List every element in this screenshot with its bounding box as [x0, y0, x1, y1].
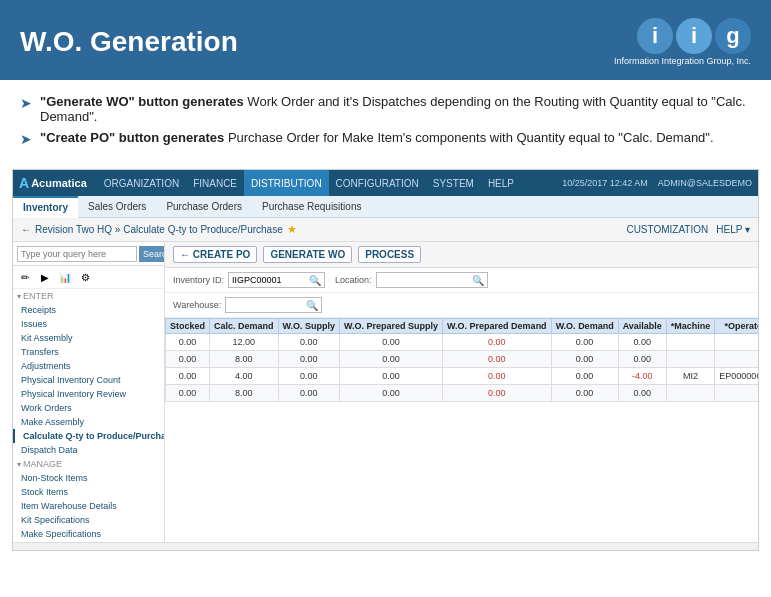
cell-wo-prep-supply: 0.00 [340, 334, 443, 351]
sidebar-link-physical-inventory-count[interactable]: Physical Inventory Count [13, 373, 164, 387]
nav-item-help[interactable]: HELP [481, 170, 521, 196]
cell-stocked: 0.00 [166, 351, 210, 368]
settings-icon[interactable]: ⚙ [77, 269, 93, 285]
sidebar-link-work-orders[interactable]: Work Orders [13, 401, 164, 415]
search-button[interactable]: Search [139, 246, 165, 262]
nav-item-organization[interactable]: ORGANIZATION [97, 170, 186, 196]
right-panel: ← CREATE PO GENERATE WO PROCESS Inventor… [165, 242, 758, 542]
sub-nav-sales-orders[interactable]: Sales Orders [78, 196, 156, 218]
sidebar: Search ✏ ▶ 📊 ⚙ ▾ ENTER Receipts Issues K… [13, 242, 165, 542]
sidebar-link-issues[interactable]: Issues [13, 317, 164, 331]
sub-nav: Inventory Sales Orders Purchase Orders P… [13, 196, 758, 218]
chart-icon[interactable]: 📊 [57, 269, 73, 285]
logo-i2: i [676, 18, 712, 54]
sidebar-link-calculate-qty[interactable]: Calculate Q-ty to Produce/Purchase [13, 429, 164, 443]
action-bar: ← CREATE PO GENERATE WO PROCESS [165, 242, 758, 268]
section-label-enter: ENTER [23, 291, 54, 301]
cell-wo-supply: 0.00 [278, 368, 340, 385]
warehouse-label: Warehouse: [173, 300, 221, 310]
cell-wo-demand: 0.00 [551, 351, 618, 368]
cell-wo-prep-demand: 0.00 [443, 385, 552, 402]
nav-user: ADMIN@SALESDEMO [658, 178, 752, 188]
favorite-star[interactable]: ★ [287, 223, 297, 236]
cell-wo-supply: 0.00 [278, 385, 340, 402]
help-link[interactable]: HELP ▾ [716, 224, 750, 235]
pencil-icon[interactable]: ✏ [17, 269, 33, 285]
sidebar-link-kit-assembly[interactable]: Kit Assembly [13, 331, 164, 345]
cell-machine [666, 385, 715, 402]
sidebar-link-make-assembly[interactable]: Make Assembly [13, 415, 164, 429]
sub-nav-inventory[interactable]: Inventory [13, 196, 78, 218]
section-label-manage: MANAGE [23, 459, 62, 469]
col-available: Available [618, 319, 666, 334]
logo-g: g [715, 18, 751, 54]
nav-datetime: 10/25/2017 12:42 AM [562, 178, 648, 188]
logo-tagline: Information Integration Group, Inc. [614, 56, 751, 66]
sidebar-link-adjustments[interactable]: Adjustments [13, 359, 164, 373]
search-input[interactable] [17, 246, 137, 262]
section-explore: ▾ EXPLORE [13, 541, 164, 542]
sidebar-link-receipts[interactable]: Receipts [13, 303, 164, 317]
app-ui: A Acumatica ORGANIZATION FINANCE DISTRIB… [12, 169, 759, 551]
sidebar-link-stock-items[interactable]: Stock Items [13, 485, 164, 499]
nav-item-finance[interactable]: FINANCE [186, 170, 244, 196]
sidebar-link-physical-inventory-review[interactable]: Physical Inventory Review [13, 387, 164, 401]
cell-wo-prep-supply: 0.00 [340, 385, 443, 402]
inventory-id-search-icon[interactable]: 🔍 [309, 275, 321, 286]
nav-item-system[interactable]: SYSTEM [426, 170, 481, 196]
cell-operator [715, 351, 758, 368]
warehouse-field: Warehouse: 🔍 [173, 297, 322, 313]
cell-wo-supply: 0.00 [278, 334, 340, 351]
cell-machine [666, 351, 715, 368]
process-button[interactable]: PROCESS [358, 246, 421, 263]
col-stocked: Stocked [166, 319, 210, 334]
form-row: Inventory ID: 🔍 Location: 🔍 [165, 268, 758, 293]
cell-wo-prep-demand: 0.00 [443, 351, 552, 368]
cell-available: 0.00 [618, 334, 666, 351]
nav-item-configuration[interactable]: CONFIGURATION [329, 170, 426, 196]
logo-wrapper: i i g Information Integration Group, Inc… [614, 18, 751, 66]
bullet-item-1: ➤ "Generate WO" button generates Work Or… [20, 94, 751, 124]
inventory-id-label: Inventory ID: [173, 275, 224, 285]
location-input[interactable] [380, 275, 470, 285]
cell-operator: EP00000004 [715, 368, 758, 385]
sidebar-link-non-stock-items[interactable]: Non-Stock Items [13, 471, 164, 485]
bullet-arrow-2: ➤ [20, 131, 32, 147]
cell-calc-demand: 12.00 [210, 334, 279, 351]
warehouse-input-wrapper: 🔍 [225, 297, 322, 313]
breadcrumb-path: Revision Two HQ » Calculate Q-ty to Prod… [35, 224, 283, 235]
cell-operator [715, 334, 758, 351]
col-wo-supply: W.O. Supply [278, 319, 340, 334]
section-arrow-enter: ▾ [17, 292, 21, 301]
warehouse-search-icon[interactable]: 🔍 [306, 300, 318, 311]
sub-nav-purchase-requisitions[interactable]: Purchase Requisitions [252, 196, 372, 218]
breadcrumb-left: ← Revision Two HQ » Calculate Q-ty to Pr… [21, 223, 297, 236]
cell-wo-supply: 0.00 [278, 351, 340, 368]
sidebar-link-transfers[interactable]: Transfers [13, 345, 164, 359]
nav-item-distribution[interactable]: DISTRIBUTION [244, 170, 329, 196]
sidebar-link-kit-specifications[interactable]: Kit Specifications [13, 513, 164, 527]
scroll-bar[interactable] [13, 542, 758, 550]
table-row: 0.00 8.00 0.00 0.00 0.00 0.00 0.00 0.00 … [166, 385, 759, 402]
create-po-button[interactable]: ← CREATE PO [173, 246, 257, 263]
cell-available: -4.00 [618, 368, 666, 385]
col-operator: *Operator [715, 319, 758, 334]
sidebar-link-make-specifications[interactable]: Make Specifications [13, 527, 164, 541]
logo-i: i [637, 18, 673, 54]
generate-wo-button[interactable]: GENERATE WO [263, 246, 352, 263]
sub-nav-purchase-orders[interactable]: Purchase Orders [156, 196, 252, 218]
location-search-icon[interactable]: 🔍 [472, 275, 484, 286]
back-arrow[interactable]: ← [21, 224, 31, 235]
location-field: Location: 🔍 [335, 272, 488, 288]
bullet-text-1: "Generate WO" button generates Work Orde… [40, 94, 751, 124]
warehouse-input[interactable] [229, 300, 304, 310]
page-title: W.O. Generation [20, 26, 238, 58]
customization-link[interactable]: CUSTOMIZATION [626, 224, 708, 235]
inventory-id-input[interactable] [232, 275, 307, 285]
sidebar-link-item-warehouse-details[interactable]: Item Warehouse Details [13, 499, 164, 513]
play-icon[interactable]: ▶ [37, 269, 53, 285]
bullet-item-2: ➤ "Create PO" button generates Purchase … [20, 130, 751, 147]
cell-wo-demand: 0.00 [551, 368, 618, 385]
sidebar-link-dispatch-data[interactable]: Dispatch Data [13, 443, 164, 457]
cell-machine [666, 334, 715, 351]
